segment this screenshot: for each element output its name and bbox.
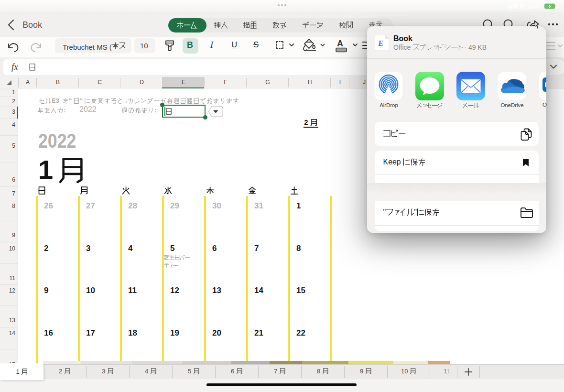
- svg-text:1: 1: [16, 368, 19, 375]
- svg-text:Keep: Keep: [383, 158, 401, 166]
- svg-text:3: 3: [102, 368, 105, 375]
- svg-text:2: 2: [59, 368, 62, 375]
- svg-text:A: A: [337, 39, 343, 48]
- svg-text:2: 2: [304, 119, 308, 126]
- svg-text::: :: [64, 107, 66, 114]
- svg-text:E3: E3: [52, 98, 59, 104]
- svg-text:7: 7: [274, 368, 277, 375]
- svg-text:5: 5: [188, 368, 191, 375]
- svg-text:· 49 KB: · 49 KB: [464, 44, 487, 51]
- svg-text:9: 9: [360, 368, 363, 375]
- svg-text:": ": [383, 208, 386, 216]
- svg-text:10: 10: [401, 368, 408, 375]
- svg-text:4: 4: [145, 368, 148, 375]
- svg-text::: :: [154, 107, 156, 114]
- svg-text:6: 6: [231, 368, 234, 375]
- svg-text:8: 8: [317, 368, 320, 375]
- svg-text:E: E: [378, 39, 383, 48]
- svg-text:": ": [69, 98, 72, 104]
- svg-text:Office: Office: [393, 44, 411, 51]
- svg-text:AirDrop: AirDrop: [380, 102, 398, 108]
- svg-text:OneDrive: OneDrive: [500, 102, 523, 108]
- svg-text:": ": [414, 208, 417, 216]
- svg-text:": ": [80, 98, 83, 104]
- svg-text:100%: 100%: [527, 4, 541, 10]
